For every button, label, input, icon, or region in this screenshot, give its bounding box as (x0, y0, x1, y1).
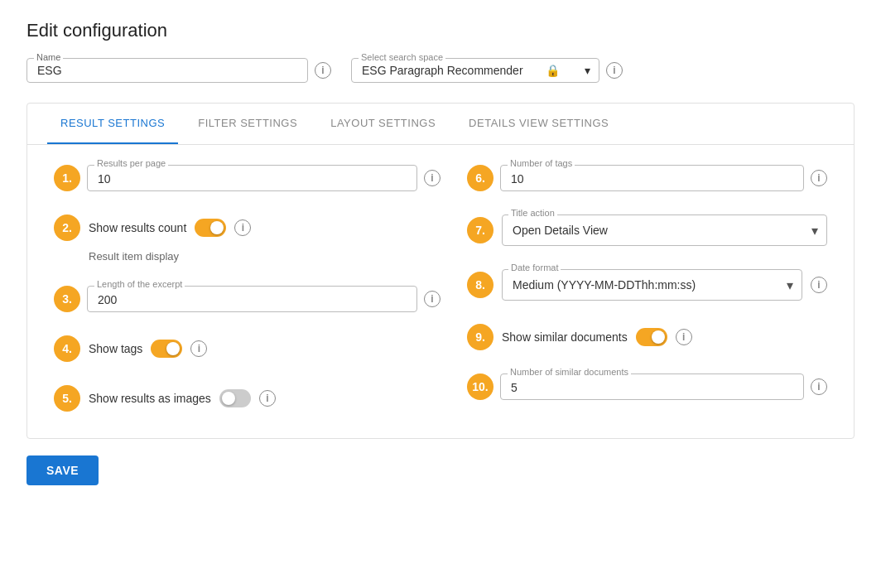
title-action-float-label: Title action (508, 208, 557, 218)
right-settings-column: 6. Number of tags i 7. Title action (440, 165, 827, 412)
show-similar-documents-toggle[interactable] (636, 328, 667, 346)
date-format-select[interactable]: Medium (YYYY-MM-DDThh:mm:ss) ▾ (502, 269, 802, 301)
setting-number-of-tags: 6. Number of tags i (467, 165, 827, 191)
show-tags-label: Show tags (89, 342, 142, 355)
setting-excerpt-length: 3. Length of the excerpt i (54, 286, 440, 312)
number-of-tags-info-icon[interactable]: i (811, 170, 827, 186)
setting-show-similar-documents: 9. Show similar documents i (467, 324, 827, 350)
page-title: Edit configuration (26, 20, 855, 41)
search-space-select[interactable]: ESG Paragraph Recommender 🔒 ▾ (352, 59, 599, 82)
show-results-images-label: Show results as images (89, 392, 211, 405)
step-badge-5: 5. (54, 385, 80, 412)
date-format-chevron-icon: ▾ (787, 277, 793, 293)
title-action-select[interactable]: Open Details View ▾ (502, 214, 827, 246)
setting-results-per-page: 1. Results per page i (54, 165, 440, 191)
show-similar-documents-slider (636, 328, 667, 346)
results-per-page-input[interactable] (98, 169, 407, 186)
date-format-float-label: Date format (508, 263, 561, 272)
setting-show-tags: 4. Show tags i (54, 335, 440, 362)
date-format-select-wrapper: Date format Medium (YYYY-MM-DDThh:mm:ss)… (502, 269, 802, 301)
show-results-count-label: Show results count (89, 221, 186, 234)
step-badge-9: 9. (467, 324, 493, 350)
step-badge-1: 1. (54, 165, 80, 191)
result-item-display-sublabel-container: Result item display (54, 249, 440, 263)
setting-date-format: 8. Date format Medium (YYYY-MM-DDThh:mm:… (467, 269, 827, 301)
setting-show-results-count: 2. Show results count i (54, 214, 440, 241)
results-per-page-label: Results per page (94, 158, 168, 168)
tab-details-view-settings[interactable]: DETAILS VIEW SETTINGS (455, 104, 622, 144)
chevron-down-icon: ▾ (585, 64, 590, 77)
search-space-label: Select search space (359, 52, 445, 62)
setting-number-similar-documents: 10. Number of similar documents i (467, 374, 827, 400)
tab-layout-settings[interactable]: LAYOUT SETTINGS (317, 104, 449, 144)
step-badge-8: 8. (467, 272, 493, 298)
show-tags-slider (151, 340, 182, 358)
number-of-tags-input[interactable] (511, 169, 793, 186)
show-results-count-slider (195, 219, 226, 237)
result-item-display-sublabel: Result item display (89, 250, 179, 263)
number-of-tags-input-group: Number of tags (500, 165, 804, 191)
show-results-images-toggle[interactable] (219, 389, 251, 407)
excerpt-length-input[interactable] (98, 290, 407, 306)
tabs-container: RESULT SETTINGS FILTER SETTINGS LAYOUT S… (27, 104, 854, 145)
step-badge-10: 10. (467, 374, 493, 400)
number-of-tags-label: Number of tags (508, 158, 575, 168)
lock-icon: 🔒 (546, 64, 560, 77)
show-results-images-info-icon[interactable]: i (259, 390, 276, 407)
left-settings-column: 1. Results per page i 2. Show results co… (54, 165, 440, 412)
tab-result-settings[interactable]: RESULT SETTINGS (47, 104, 178, 144)
settings-card: RESULT SETTINGS FILTER SETTINGS LAYOUT S… (26, 103, 855, 439)
show-tags-info-icon[interactable]: i (190, 340, 207, 357)
step-badge-4: 4. (54, 335, 80, 362)
show-results-count-toggle[interactable] (195, 219, 226, 237)
save-button[interactable]: SAVE (26, 455, 99, 485)
name-field-label: Name (34, 52, 63, 62)
number-similar-docs-label: Number of similar documents (508, 367, 631, 377)
title-action-select-wrapper: Title action Open Details View ▾ (502, 214, 827, 246)
show-tags-toggle[interactable] (151, 340, 182, 358)
show-results-images-slider (219, 389, 251, 407)
step-badge-6: 6. (467, 165, 493, 191)
step-badge-3: 3. (54, 286, 80, 312)
step-badge-7: 7. (467, 217, 493, 243)
date-format-info-icon[interactable]: i (811, 277, 827, 293)
show-similar-documents-label: Show similar documents (502, 330, 628, 344)
setting-show-results-images: 5. Show results as images i (54, 385, 440, 412)
results-per-page-info-icon[interactable]: i (424, 170, 440, 186)
excerpt-length-label: Length of the excerpt (94, 279, 185, 289)
excerpt-length-info-icon[interactable]: i (424, 291, 440, 307)
search-space-info-icon[interactable]: i (606, 62, 623, 79)
show-similar-documents-info-icon[interactable]: i (676, 329, 692, 345)
show-results-count-info-icon[interactable]: i (234, 219, 251, 236)
search-space-field-container: Select search space ESG Paragraph Recomm… (351, 58, 599, 83)
name-field-container: Name (26, 58, 308, 83)
number-similar-docs-info-icon[interactable]: i (811, 378, 827, 395)
step-badge-2: 2. (54, 214, 80, 241)
search-space-value: ESG Paragraph Recommender (362, 64, 523, 77)
excerpt-length-input-group: Length of the excerpt (87, 286, 417, 312)
title-action-value: Open Details View (513, 224, 608, 237)
results-per-page-input-group: Results per page (87, 165, 417, 191)
setting-title-action: 7. Title action Open Details View ▾ (467, 214, 827, 246)
name-info-icon[interactable]: i (315, 62, 331, 79)
number-similar-docs-input[interactable] (511, 378, 793, 394)
title-action-chevron-icon: ▾ (811, 223, 818, 239)
date-format-value: Medium (YYYY-MM-DDThh:mm:ss) (513, 278, 696, 292)
name-input[interactable] (37, 62, 297, 77)
tab-filter-settings[interactable]: FILTER SETTINGS (185, 104, 311, 144)
number-similar-docs-input-group: Number of similar documents (500, 374, 804, 400)
